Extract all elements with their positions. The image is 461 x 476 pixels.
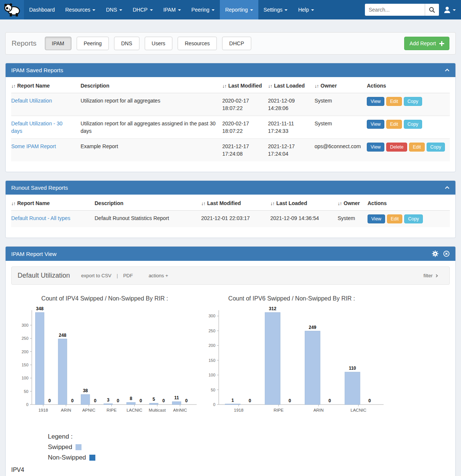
svg-text:0: 0 (26, 402, 28, 407)
user-icon (443, 6, 451, 13)
add-report-button[interactable]: Add Report (404, 37, 449, 50)
column-header-last-loaded[interactable]: Last Loaded (267, 196, 335, 211)
nav-item-dashboard[interactable]: Dashboard (24, 0, 60, 19)
search-input[interactable] (365, 7, 425, 13)
sort-icon (201, 200, 207, 206)
column-header-last-modified[interactable]: Last Modified (219, 79, 265, 93)
sort-icon (314, 83, 320, 89)
chevron-down-icon (178, 9, 181, 11)
edit-button[interactable]: Edit (409, 143, 425, 152)
filter-toggle[interactable]: filter (423, 273, 437, 278)
column-header-description: Description (92, 196, 198, 211)
nav-item-settings[interactable]: Settings (258, 0, 293, 19)
edit-button[interactable]: Edit (386, 97, 402, 106)
nav-item-label: DHCP (133, 7, 148, 13)
nav-item-peering[interactable]: Peering (186, 0, 220, 19)
runout-saved-panel-header: Runout Saved Reports (6, 181, 455, 195)
nav-item-label: IPAM (163, 7, 176, 13)
report-name-link[interactable]: Some IPAM Report (11, 143, 56, 149)
column-header-owner[interactable]: Owner (335, 196, 365, 211)
column-label: Last Loaded (274, 83, 305, 89)
svg-text:250: 250 (209, 329, 215, 333)
nav-item-dhcp[interactable]: DHCP (127, 0, 158, 19)
svg-text:300: 300 (22, 323, 28, 327)
svg-text:100: 100 (209, 373, 215, 377)
view-button[interactable]: View (367, 97, 384, 106)
chart-legend: Legend : Swipped Non-Swipped (48, 433, 450, 461)
collapse-button[interactable] (445, 68, 450, 72)
copy-button[interactable]: Copy (404, 97, 422, 106)
svg-text:0: 0 (368, 398, 371, 403)
tab-peering[interactable]: Peering (77, 37, 109, 50)
actions-menu[interactable]: actions + (148, 273, 168, 278)
edit-button[interactable]: Edit (387, 214, 403, 223)
copy-button[interactable]: Copy (404, 120, 422, 129)
non-swipped-swatch (89, 455, 95, 461)
tab-ipam[interactable]: IPAM (45, 37, 71, 50)
svg-text:5: 5 (153, 397, 155, 402)
view-button[interactable]: View (367, 120, 384, 129)
svg-text:APNIC: APNIC (82, 408, 95, 412)
delete-button[interactable]: Delete (386, 143, 407, 152)
column-header-owner[interactable]: Owner (311, 79, 364, 93)
column-header-actions: Actions (365, 196, 450, 211)
close-panel-button[interactable] (443, 250, 450, 257)
column-label: Owner (320, 83, 337, 89)
collapse-button[interactable] (445, 186, 450, 189)
report-name-link[interactable]: Default Utilization - 30 days (11, 120, 62, 134)
column-header-last-loaded[interactable]: Last Loaded (265, 79, 312, 93)
reports-toolbar: Reports IPAMPeeringDNSUsersResourcesDHCP… (5, 32, 456, 55)
nav-item-label: Help (298, 7, 309, 13)
sort-icon (268, 83, 274, 89)
column-header-report-name[interactable]: Report Name (11, 196, 92, 211)
column-label: Actions (367, 83, 386, 89)
actions-cell: ViewDeleteEditCopy (364, 139, 450, 162)
view-button[interactable]: View (368, 214, 385, 223)
legend-title: Legend : (48, 433, 450, 440)
view-button[interactable]: View (367, 143, 384, 152)
nav-item-label: Dashboard (29, 7, 55, 13)
last-loaded-cell: 2021-11-11 17:24:33 (265, 116, 312, 139)
tab-resources[interactable]: Resources (178, 37, 217, 50)
user-menu[interactable] (443, 6, 456, 13)
export-pdf-link[interactable]: PDF (123, 273, 133, 278)
report-name-link[interactable]: Default Utilization (11, 98, 52, 104)
copy-button[interactable]: Copy (404, 214, 422, 223)
nav-item-help[interactable]: Help (293, 0, 319, 19)
tab-dns[interactable]: DNS (114, 37, 139, 50)
tab-users[interactable]: Users (145, 37, 173, 50)
svg-text:RIPE: RIPE (274, 408, 284, 412)
settings-button[interactable] (432, 250, 439, 257)
export-csv-link[interactable]: export to CSV (81, 273, 111, 278)
description-cell: Utilization report for all aggregates (77, 93, 219, 116)
svg-text:1: 1 (231, 398, 234, 403)
edit-button[interactable]: Edit (386, 120, 402, 129)
copy-button[interactable]: Copy (427, 143, 445, 152)
app-logo[interactable] (0, 0, 24, 19)
ipv4-chart-container: Count of IPV4 Swipped / Non-Swipped By R… (11, 295, 198, 421)
nav-item-label: Peering (191, 7, 209, 13)
svg-text:0: 0 (94, 398, 96, 403)
report-view-toolbar: Default Utilization export to CSV | PDF … (11, 266, 450, 285)
search-button[interactable] (425, 4, 439, 16)
tab-dhcp[interactable]: DHCP (222, 37, 251, 50)
panda-logo-icon (3, 2, 21, 17)
report-name-link[interactable]: Default Runout - All types (11, 215, 70, 221)
svg-text:ARIN: ARIN (61, 408, 71, 412)
svg-text:LACNIC: LACNIC (126, 408, 142, 412)
nav-item-ipam[interactable]: IPAM (158, 0, 186, 19)
svg-text:38: 38 (83, 388, 88, 393)
svg-text:AfriNIC: AfriNIC (173, 408, 187, 412)
sort-icon (270, 200, 276, 206)
svg-text:200: 200 (22, 350, 28, 354)
svg-text:11: 11 (174, 395, 179, 400)
nav-item-resources[interactable]: Resources (60, 0, 101, 19)
nav-item-reporting[interactable]: Reporting (220, 0, 258, 19)
chart-title: Count of IPV4 Swipped / Non-Swipped By R… (11, 295, 198, 302)
actions-cell: ViewEditCopy (365, 211, 450, 228)
ipam-saved-panel-header: IPAM Saved Reports (6, 63, 455, 77)
column-header-last-modified[interactable]: Last Modified (198, 196, 267, 211)
nav-item-dns[interactable]: DNS (101, 0, 127, 19)
svg-text:0: 0 (162, 398, 165, 403)
column-header-report-name[interactable]: Report Name (11, 79, 77, 93)
